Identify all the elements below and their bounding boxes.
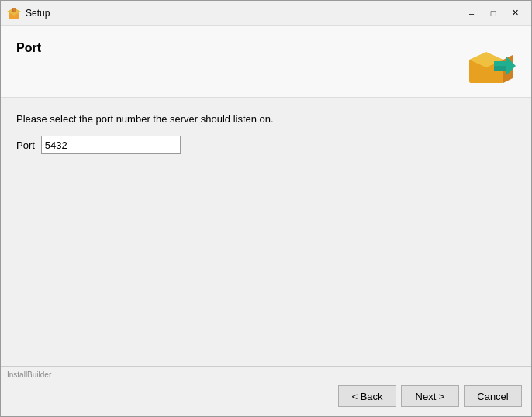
- title-bar: Setup – □ ✕: [1, 1, 531, 26]
- page-title: Port: [16, 38, 41, 55]
- footer: InstallBuilder < Back Next > Cancel: [1, 366, 531, 416]
- port-label: Port: [16, 140, 35, 151]
- page-header: Port: [1, 26, 531, 98]
- description-text: Please select the port number the server…: [16, 113, 516, 125]
- maximize-button[interactable]: □: [483, 5, 503, 22]
- port-input[interactable]: [41, 136, 181, 154]
- minimize-button[interactable]: –: [461, 5, 482, 22]
- cancel-button[interactable]: Cancel: [464, 385, 522, 407]
- back-button[interactable]: < Back: [338, 385, 396, 407]
- next-button[interactable]: Next >: [401, 385, 459, 407]
- setup-window: Setup – □ ✕ Port Please: [0, 0, 532, 417]
- window-controls: – □ ✕: [461, 5, 525, 22]
- header-icon: [466, 38, 516, 88]
- app-icon: [7, 6, 21, 20]
- close-button[interactable]: ✕: [505, 5, 525, 22]
- port-row: Port: [16, 136, 516, 154]
- footer-buttons: < Back Next > Cancel: [1, 379, 531, 416]
- brand-label: InstallBuilder: [1, 367, 531, 379]
- content-area: Please select the port number the server…: [1, 98, 531, 366]
- window-title: Setup: [26, 8, 461, 19]
- svg-marker-8: [494, 66, 506, 71]
